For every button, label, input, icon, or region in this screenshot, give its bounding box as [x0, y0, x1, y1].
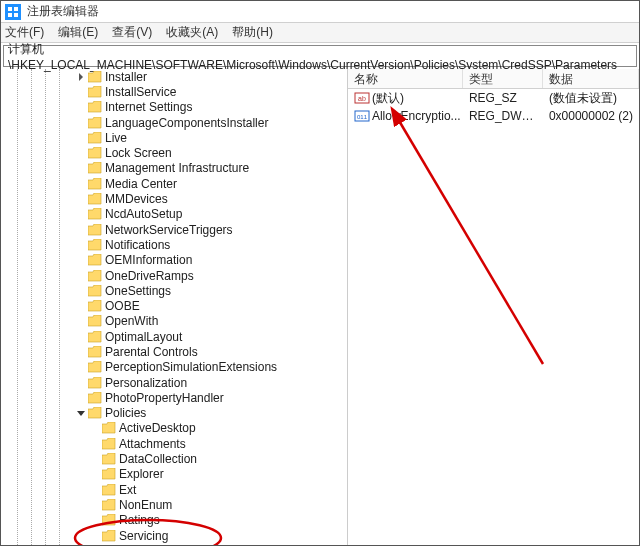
tree-item[interactable]: Parental Controls	[1, 344, 347, 359]
col-header-name[interactable]: 名称	[348, 69, 463, 88]
tree-item[interactable]: Servicing	[1, 528, 347, 543]
tree-item-label: PhotoPropertyHandler	[105, 391, 224, 405]
tree-item-label: OpenWith	[105, 314, 158, 328]
folder-icon	[88, 270, 102, 282]
toggle-placeholder	[75, 132, 87, 144]
toggle-placeholder	[89, 453, 101, 465]
tree-item[interactable]: Live	[1, 130, 347, 145]
tree-item[interactable]: PhotoPropertyHandler	[1, 390, 347, 405]
app-icon	[5, 4, 21, 20]
toggle-placeholder	[89, 422, 101, 434]
tree-item[interactable]: ActiveDesktop	[1, 421, 347, 436]
tree-item[interactable]: Management Infrastructure	[1, 161, 347, 176]
string-value-icon: ab	[354, 90, 370, 106]
toggle-placeholder	[89, 468, 101, 480]
tree-item[interactable]: Media Center	[1, 176, 347, 191]
tree-item[interactable]: Lock Screen	[1, 145, 347, 160]
tree-item[interactable]: OpenWith	[1, 314, 347, 329]
toggle-placeholder	[75, 147, 87, 159]
tree-item[interactable]: NonEnum	[1, 497, 347, 512]
expand-icon[interactable]	[75, 71, 87, 83]
tree-item[interactable]: Attachments	[1, 436, 347, 451]
tree-item[interactable]: System	[1, 543, 347, 545]
annotation-arrow	[348, 89, 603, 389]
tree-item-label: OptimalLayout	[105, 330, 182, 344]
tree-item[interactable]: Explorer	[1, 467, 347, 482]
tree-item[interactable]: LanguageComponentsInstaller	[1, 115, 347, 130]
tree-item-label: OneDriveRamps	[105, 269, 194, 283]
tree-item[interactable]: OneDriveRamps	[1, 268, 347, 283]
folder-icon	[88, 132, 102, 144]
menu-view[interactable]: 查看(V)	[112, 24, 152, 41]
folder-icon	[88, 392, 102, 404]
folder-icon	[102, 484, 116, 496]
toggle-placeholder	[75, 392, 87, 404]
registry-tree[interactable]: InstallerInstallServiceInternet Settings…	[1, 69, 348, 545]
folder-icon	[88, 331, 102, 343]
tree-item[interactable]: Ext	[1, 482, 347, 497]
svg-text:ab: ab	[358, 95, 366, 102]
svg-rect-1	[14, 7, 18, 11]
menu-edit[interactable]: 编辑(E)	[58, 24, 98, 41]
menu-favorites[interactable]: 收藏夹(A)	[166, 24, 218, 41]
tree-item-label: Parental Controls	[105, 345, 198, 359]
col-header-type[interactable]: 类型	[463, 69, 543, 88]
toggle-placeholder	[75, 300, 87, 312]
toggle-placeholder	[75, 254, 87, 266]
tree-item-label: NonEnum	[119, 498, 172, 512]
toggle-placeholder	[75, 178, 87, 190]
tree-item[interactable]: OEMInformation	[1, 253, 347, 268]
collapse-icon[interactable]	[75, 407, 87, 419]
folder-icon	[88, 178, 102, 190]
toggle-placeholder	[89, 514, 101, 526]
tree-item-label: Personalization	[105, 376, 187, 390]
tree-item[interactable]: Personalization	[1, 375, 347, 390]
tree-item-label: Internet Settings	[105, 100, 192, 114]
toggle-placeholder	[75, 101, 87, 113]
tree-item-label: Notifications	[105, 238, 170, 252]
tree-item[interactable]: OptimalLayout	[1, 329, 347, 344]
toggle-placeholder	[75, 208, 87, 220]
folder-icon	[88, 117, 102, 129]
tree-item-label: Management Infrastructure	[105, 161, 249, 175]
toggle-placeholder	[89, 499, 101, 511]
tree-item[interactable]: NcdAutoSetup	[1, 207, 347, 222]
tree-item-label: Live	[105, 131, 127, 145]
tree-item-label: MMDevices	[105, 192, 168, 206]
tree-item[interactable]: Policies	[1, 406, 347, 421]
menu-help[interactable]: 帮助(H)	[232, 24, 273, 41]
tree-item[interactable]: Notifications	[1, 237, 347, 252]
tree-item[interactable]: OOBE	[1, 298, 347, 313]
tree-item[interactable]: OneSettings	[1, 283, 347, 298]
folder-icon	[88, 346, 102, 358]
value-list: 名称 类型 数据 ab(默认)REG_SZ(数值未设置)011AllowEncr…	[348, 69, 639, 545]
toggle-placeholder	[75, 331, 87, 343]
folder-icon	[102, 499, 116, 511]
tree-item[interactable]: NetworkServiceTriggers	[1, 222, 347, 237]
list-row[interactable]: 011AllowEncryptio...REG_DWORD0x00000002 …	[348, 107, 639, 125]
folder-icon	[88, 224, 102, 236]
tree-item[interactable]: Internet Settings	[1, 100, 347, 115]
tree-item[interactable]: Ratings	[1, 513, 347, 528]
value-type: REG_DWORD	[463, 109, 543, 123]
folder-icon	[88, 147, 102, 159]
tree-item[interactable]: DataCollection	[1, 451, 347, 466]
folder-icon	[88, 193, 102, 205]
folder-icon	[88, 361, 102, 373]
tree-item[interactable]: Installer	[1, 69, 347, 84]
toggle-placeholder	[89, 530, 101, 542]
tree-item[interactable]: MMDevices	[1, 191, 347, 206]
tree-item-label: Explorer	[119, 467, 164, 481]
col-header-data[interactable]: 数据	[543, 69, 639, 88]
folder-icon	[88, 407, 102, 419]
tree-item-label: NetworkServiceTriggers	[105, 223, 233, 237]
tree-item[interactable]: InstallService	[1, 84, 347, 99]
binary-value-icon: 011	[354, 108, 370, 124]
tree-item[interactable]: PerceptionSimulationExtensions	[1, 360, 347, 375]
list-row[interactable]: ab(默认)REG_SZ(数值未设置)	[348, 89, 639, 107]
address-bar[interactable]: 计算机\HKEY_LOCAL_MACHINE\SOFTWARE\Microsof…	[3, 45, 637, 67]
tree-item-label: Lock Screen	[105, 146, 172, 160]
toggle-placeholder	[89, 484, 101, 496]
tree-item-label: Installer	[105, 70, 147, 84]
menu-file[interactable]: 文件(F)	[5, 24, 44, 41]
